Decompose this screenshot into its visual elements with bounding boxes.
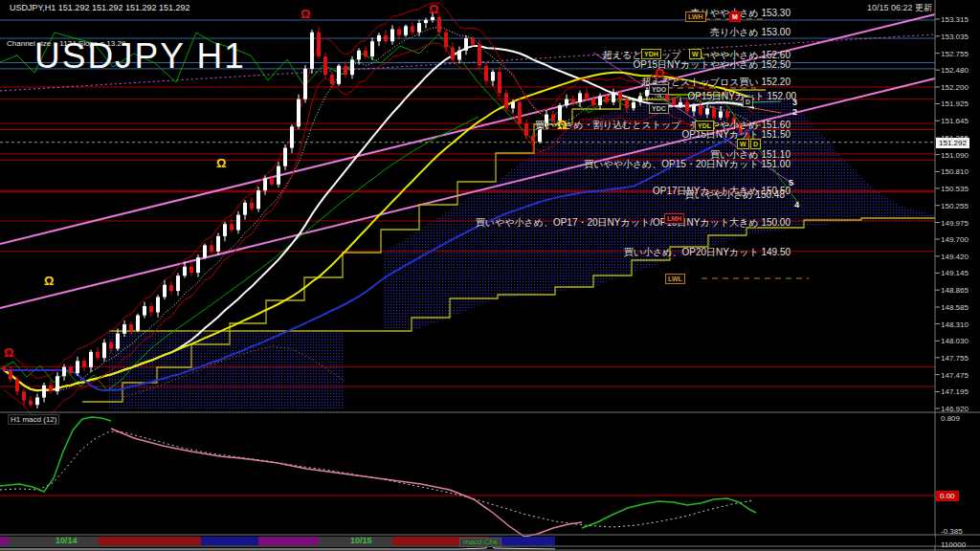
level-badge-ydl: YDL — [695, 121, 714, 131]
price-tick-label: 151.090 — [941, 151, 969, 160]
price-tick-label: 148.865 — [941, 286, 969, 295]
level-badge-d: D — [743, 97, 753, 107]
level-annotation: 買いやや小さめ、OP15・20日NYカット 151.00 — [584, 158, 791, 171]
omega-signal-icon: Ω — [429, 3, 438, 15]
wave-count-label: 4 — [794, 200, 799, 209]
macd-indicator-label: H1 macd (12) — [8, 414, 59, 425]
timeline-session-segment — [0, 537, 9, 545]
timeline-session-segment — [99, 537, 201, 545]
price-tick-label: 147.195 — [941, 387, 969, 396]
level-badge-d: D — [750, 139, 761, 149]
price-tick-label: 151.925 — [941, 99, 969, 108]
price-tick-label: 146.920 — [941, 405, 969, 413]
price-scale[interactable]: 151.292 153.315153.035152.755152.480152.… — [936, 0, 980, 551]
level-badge-ydc: YDC — [649, 103, 669, 114]
price-tick-label: 150.810 — [941, 167, 969, 176]
level-annotation: 買いやや小さめ 150.48 — [684, 188, 785, 202]
macd-scale-bottom: -0.385 — [941, 527, 963, 536]
price-tick-label: 152.200 — [941, 83, 969, 92]
price-tick-label: 148.310 — [941, 320, 969, 329]
omega-signal-icon: Ω — [301, 8, 310, 20]
level-badge-w: W — [737, 139, 749, 149]
price-tick-label: 153.035 — [941, 33, 969, 41]
price-tick-label: 148.030 — [941, 337, 969, 345]
level-badge-ydh: YDH — [641, 49, 661, 59]
volume-scale-max: 110000 — [941, 540, 966, 549]
timeline-date-label: 10/14 — [56, 536, 78, 545]
timeline-session-segment — [555, 537, 935, 545]
price-tick-label: 152.755 — [941, 50, 969, 58]
omega-signal-icon: Ω — [557, 119, 567, 131]
wave-count-label: 5 — [789, 178, 793, 187]
timeline-date-label: 10/15 — [350, 536, 372, 545]
symbol-ohlc-info: USDJPY,H1 151.292 151.292 151.292 151.29… — [10, 3, 190, 12]
level-badge-w: W — [689, 49, 702, 59]
level-annotation: 売り小さめ 153.00 — [710, 26, 791, 39]
level-annotation: 買い小さめ、OP20日NYカット 149.50 — [624, 246, 791, 259]
macd-chk-button[interactable]: macd.Chk — [459, 538, 501, 547]
macd-scale-top: 0.809 — [941, 414, 960, 423]
level-badge-m: M — [729, 11, 741, 22]
timeline-session-segment — [258, 537, 319, 545]
price-tick-label: 151.365 — [941, 134, 969, 143]
timeline-session-segment — [9, 537, 99, 545]
macd-zero-box: 0.00 — [936, 491, 959, 501]
macd-layer — [0, 417, 935, 537]
omega-signal-icon: Ω — [44, 275, 54, 287]
chart-surface[interactable] — [0, 0, 980, 551]
symbol-watermark: USDJPY H1 — [34, 36, 246, 77]
omega-signal-icon: Ω — [655, 67, 664, 79]
price-tick-label: 149.700 — [941, 235, 969, 244]
price-tick-label: 147.755 — [941, 354, 969, 363]
price-tick-label: 150.535 — [941, 185, 969, 193]
price-tick-label: 153.315 — [941, 15, 969, 24]
price-tick-label: 149.975 — [941, 219, 969, 228]
price-tick-label: 152.480 — [941, 66, 969, 75]
price-tick-label: 150.255 — [941, 202, 969, 210]
level-badge-lwl: LWL — [665, 274, 685, 284]
price-tick-label: 149.420 — [941, 253, 969, 261]
level-badge-ydo: YDO — [649, 84, 669, 95]
price-tick-label: 151.645 — [941, 117, 969, 125]
omega-signal-icon: Ω — [4, 346, 13, 359]
price-tick-label: 147.475 — [941, 371, 969, 380]
timeline-session-segment — [201, 537, 258, 545]
wave-count-label: 3 — [792, 98, 797, 107]
level-badge-lmh: LMH — [664, 213, 684, 224]
ichimoku-cloud-layer — [109, 90, 935, 409]
level-badge-lwh: LWH — [685, 11, 706, 22]
chart-window: USDJPY,H1 151.292 151.292 151.292 151.29… — [0, 0, 980, 551]
price-tick-label: 148.585 — [941, 303, 969, 312]
wave-count-label: 2 — [792, 107, 797, 117]
omega-signal-icon: Ω — [216, 157, 226, 169]
price-tick-label: 149.145 — [941, 269, 969, 277]
updated-timestamp: 10/15 06:22 更新 — [867, 2, 932, 14]
level-annotation: 買いやや小さめ、OP17・20日NYカット/OP15日NYカット大きめ 150.… — [476, 216, 791, 230]
